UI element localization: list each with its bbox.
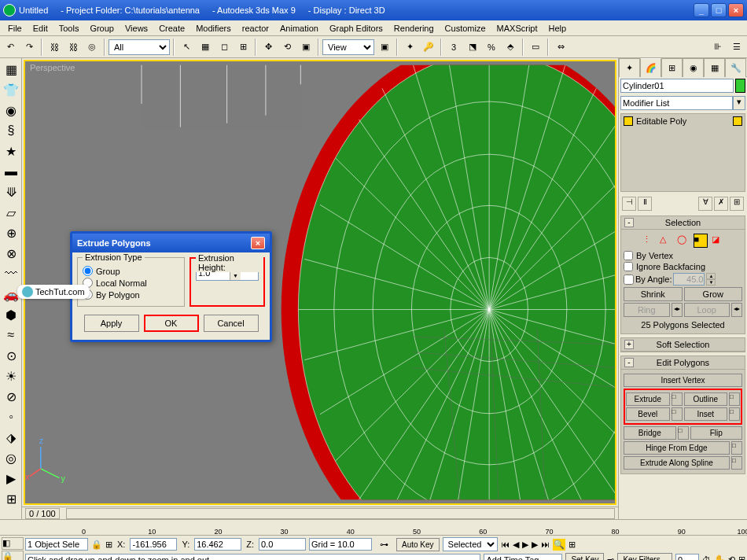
tool-motor-icon[interactable]: ⊗ [2,244,20,263]
flip-button[interactable]: Flip [690,426,743,440]
goto-end-icon[interactable]: ⏭ [541,540,550,549]
tool-const-icon[interactable]: ⊙ [2,346,20,365]
extrude-settings-icon[interactable]: □ [672,392,683,406]
configure-icon[interactable]: ⊞ [730,197,744,211]
menu-create[interactable]: Create [154,22,190,34]
menu-maxscript[interactable]: MAXScript [492,22,543,34]
autokey-button[interactable]: Auto Key [396,538,440,551]
tool-frac-icon[interactable]: ⬢ [2,305,20,324]
inset-settings-icon[interactable]: □ [729,407,740,421]
extrude-spline-button[interactable]: Extrude Along Spline [624,456,730,470]
scale-icon[interactable]: ▣ [297,39,315,56]
keymode-icon[interactable]: 🔑 [420,39,437,56]
prompt-icon[interactable]: ◧ [2,537,24,550]
insert-vertex-button[interactable]: Insert Vertex [624,374,742,387]
menu-rendering[interactable]: Rendering [389,22,439,34]
zoom-icon[interactable]: 🔍 [553,539,565,551]
unique-icon[interactable]: ∀ [698,197,712,211]
dropdown-arrow-icon[interactable]: ▾ [733,96,745,110]
ignore-backfacing-checkbox[interactable] [624,262,633,271]
menu-views[interactable]: Views [120,22,153,34]
prev-frame-icon[interactable]: ◀ [513,540,519,550]
align-icon[interactable]: ⊪ [709,39,727,56]
tool-wind-icon[interactable]: 〰 [2,264,20,283]
tool-col-icon[interactable]: ▬ [2,162,20,181]
tab-create-icon[interactable]: ✦ [619,58,640,77]
tool-hinge-icon[interactable]: ⊘ [2,387,20,406]
layers-icon[interactable]: ☰ [728,39,745,56]
bind-icon[interactable]: ◎ [83,39,101,56]
bridge-button[interactable]: Bridge [624,426,676,440]
menu-animation[interactable]: Animation [275,22,323,34]
loop-spinner[interactable]: ◂▸ [731,303,742,317]
tool-carwheel-icon[interactable]: ◎ [2,448,20,467]
orbit-icon[interactable]: ⟲ [728,554,735,560]
by-vertex-checkbox[interactable] [624,251,633,260]
lock-icon[interactable]: 🔒 [2,551,24,560]
window-crossing-icon[interactable]: ⊞ [234,39,252,56]
bridge-settings-icon[interactable]: □ [678,426,689,440]
link-icon[interactable]: ⛓ [46,39,63,56]
time-config-icon[interactable]: ⏱ [702,555,711,561]
tab-hierarchy-icon[interactable]: ⊞ [661,58,683,77]
object-name-input[interactable] [620,79,734,93]
subobj-vertex-icon[interactable]: ⋮ [642,234,656,248]
y-input[interactable] [194,538,241,551]
goto-start-icon[interactable]: ⏮ [501,540,510,549]
tool-plane-icon[interactable]: ▱ [2,203,20,222]
redo-icon[interactable]: ↷ [20,39,38,56]
mirror-icon[interactable]: ⇔ [552,39,569,56]
manip-icon[interactable]: ✦ [401,39,418,56]
pan-icon[interactable]: ✋ [714,554,725,560]
snap-icon[interactable]: 3 [445,39,462,56]
subobj-edge-icon[interactable]: △ [659,234,673,248]
object-color-swatch[interactable] [735,79,745,93]
tool-spring-icon[interactable]: ⟱ [2,182,20,201]
subobj-border-icon[interactable]: ◯ [676,234,690,248]
angle-spinner[interactable]: ▲▼ [706,273,716,286]
spinner-snap-icon[interactable]: ⬘ [502,39,519,56]
menu-grapheditors[interactable]: Graph Editors [325,22,388,34]
next-frame-icon[interactable]: ▶ [532,540,538,550]
frame-input[interactable] [675,554,699,561]
apply-button[interactable]: Apply [84,315,139,332]
minimize-button[interactable]: _ [694,3,709,17]
menu-reactor[interactable]: reactor [237,22,274,34]
menu-edit[interactable]: Edit [28,22,53,34]
bevel-settings-icon[interactable]: □ [672,407,683,421]
tool-preview-icon[interactable]: ▶ [2,469,20,488]
menu-file[interactable]: File [3,22,27,34]
select-name-icon[interactable]: ▦ [197,39,214,56]
menu-group[interactable]: Group [85,22,119,34]
time-scrollbar[interactable] [66,508,615,519]
outline-settings-icon[interactable]: □ [729,392,740,406]
tool-prism-icon[interactable]: ⬗ [2,428,20,447]
hinge-button[interactable]: Hinge From Edge [624,441,730,455]
menu-customize[interactable]: Customize [440,22,491,34]
tool-point-icon[interactable]: ◦ [2,407,20,426]
maximize-button[interactable]: □ [711,3,727,17]
time-tag[interactable]: Add Time Tag [484,554,562,561]
subobj-polygon-icon[interactable]: ■ [694,234,708,248]
select-icon[interactable]: ↖ [178,39,195,56]
lock-sel-icon[interactable]: 🔒 [91,540,102,550]
loop-button[interactable]: Loop [684,303,730,317]
rollout-editpoly-header[interactable]: - Edit Polygons [621,356,745,370]
keymode-dropdown[interactable]: Selected [443,537,498,551]
angle-input[interactable] [673,273,705,286]
select-rect-icon[interactable]: ◻ [215,39,233,56]
radio-group[interactable] [83,266,93,276]
x-input[interactable] [130,538,177,551]
ring-button[interactable]: Ring [624,303,670,317]
bevel-button[interactable]: Bevel [626,407,670,421]
cancel-button[interactable]: Cancel [204,315,259,332]
outline-button[interactable]: Outline [684,392,728,406]
tool-dashpot-icon[interactable]: ⊕ [2,223,20,242]
shrink-button[interactable]: Shrink [624,287,683,301]
extrude-spline-settings-icon[interactable]: □ [731,456,742,470]
percent-snap-icon[interactable]: % [483,39,500,56]
subobj-element-icon[interactable]: ◪ [711,234,725,248]
named-sel-icon[interactable]: ▭ [527,39,544,56]
close-button[interactable]: × [728,3,744,17]
tool-rigid-icon[interactable]: ▦ [2,60,20,79]
